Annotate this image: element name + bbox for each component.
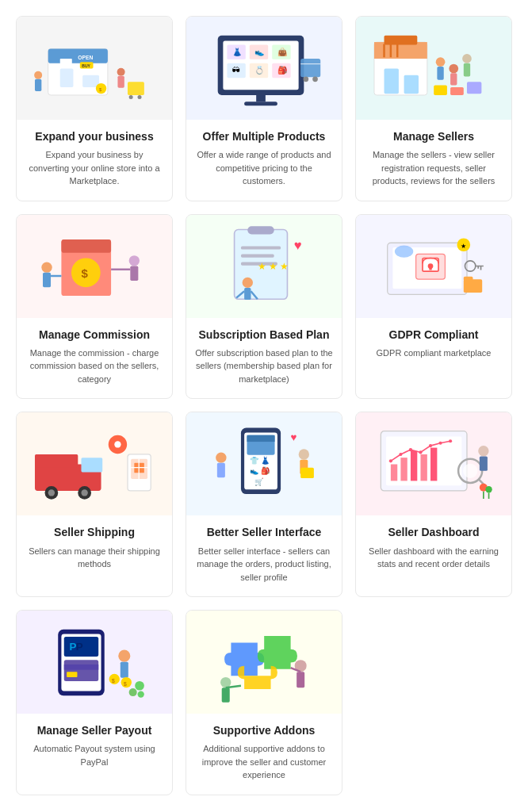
svg-point-119 (298, 449, 308, 459)
svg-rect-41 (404, 75, 418, 93)
card-image-sellers (356, 17, 511, 120)
svg-text:👕: 👕 (250, 456, 259, 465)
svg-rect-39 (384, 35, 417, 44)
svg-rect-48 (450, 73, 457, 85)
svg-text:👜: 👜 (277, 46, 288, 56)
svg-rect-152 (64, 660, 98, 681)
svg-point-58 (41, 262, 52, 273)
svg-text:🎒: 🎒 (261, 466, 270, 476)
svg-text:$: $ (81, 266, 88, 280)
card-title-multiple: Offer Multiple Products (203, 129, 326, 144)
svg-rect-156 (121, 661, 128, 677)
svg-rect-165 (297, 672, 304, 688)
svg-text:👟: 👟 (254, 46, 265, 56)
svg-rect-31 (256, 94, 266, 101)
svg-point-117 (216, 452, 226, 462)
card-title-interface: Better Seller Interface (207, 525, 322, 539)
svg-point-131 (389, 459, 392, 462)
svg-rect-153 (64, 665, 98, 670)
svg-rect-51 (434, 85, 447, 95)
card-desc-shipping: Sellers can manage their shipping method… (17, 545, 172, 571)
svg-rect-128 (411, 451, 417, 481)
card-dashboard: Seller Dashboard Seller dashboard with t… (355, 412, 512, 597)
svg-rect-121 (300, 468, 314, 478)
feature-grid: OPEN BUY $ (16, 16, 512, 795)
svg-point-134 (419, 450, 422, 454)
svg-point-11 (128, 94, 132, 98)
card-title-payout: Manage Seller Payout (37, 723, 152, 737)
svg-rect-9 (117, 75, 124, 87)
svg-rect-40 (384, 68, 398, 94)
card-image-shipping (17, 412, 172, 515)
card-title-dashboard: Seller Dashboard (388, 525, 479, 539)
card-image-payout: P P $ $ (17, 611, 172, 714)
svg-rect-118 (217, 463, 225, 477)
card-desc-dashboard: Seller dashboard with the earning stats … (356, 545, 511, 571)
svg-text:$: $ (112, 677, 115, 683)
svg-point-161 (135, 680, 144, 690)
svg-point-45 (435, 57, 445, 67)
svg-rect-167 (222, 688, 230, 702)
svg-text:★: ★ (269, 261, 277, 271)
svg-point-144 (485, 486, 492, 492)
svg-rect-50 (464, 63, 470, 76)
svg-rect-7 (35, 79, 41, 90)
card-commission: $ Manage Commission Manage the commissio… (16, 214, 173, 400)
svg-point-8 (117, 67, 124, 75)
svg-rect-62 (130, 266, 138, 281)
card-payout: P P $ $ (16, 610, 173, 795)
svg-rect-5 (82, 75, 99, 86)
svg-rect-111 (247, 435, 274, 442)
svg-rect-130 (430, 447, 437, 481)
svg-rect-96 (81, 458, 102, 472)
svg-rect-92 (464, 279, 482, 293)
svg-text:★: ★ (258, 261, 266, 271)
svg-point-61 (128, 255, 139, 266)
svg-rect-52 (450, 86, 464, 94)
card-gdpr: ★ GDPR Compliant GDPR compliant marketpl… (355, 214, 512, 400)
svg-text:🕶: 🕶 (232, 66, 240, 75)
card-image-interface: 👕 👗 👟 🎒 🛒 ♥ (186, 412, 342, 515)
card-desc-gdpr: GDPR compliant marketplace (369, 347, 499, 360)
svg-rect-127 (400, 458, 407, 481)
svg-rect-72 (244, 288, 251, 300)
svg-point-137 (449, 439, 452, 442)
svg-point-12 (137, 94, 141, 98)
card-title-expand: Expand your business (35, 129, 153, 144)
card-image-expand: OPEN BUY $ (17, 17, 172, 120)
svg-rect-154 (67, 672, 77, 677)
svg-point-166 (220, 676, 231, 687)
card-image-addons (186, 611, 342, 714)
svg-rect-46 (437, 66, 443, 79)
card-desc-payout: Automatic Payout system using PayPal (17, 742, 172, 768)
svg-point-163 (137, 691, 143, 697)
svg-rect-59 (43, 273, 51, 287)
svg-text:♥: ♥ (290, 431, 297, 443)
svg-rect-55 (61, 239, 111, 253)
card-title-subscription: Subscription Based Plan (199, 327, 330, 342)
card-shipping: Seller Shipping Sellers can manage their… (16, 412, 173, 597)
svg-point-141 (478, 446, 488, 456)
card-title-commission: Manage Commission (39, 327, 150, 342)
card-interface: 👕 👗 👟 🎒 🛒 ♥ Better Selle (186, 412, 342, 597)
svg-point-155 (118, 649, 130, 661)
card-image-multiple: 👗 👟 👜 🕶 💍 🎒 (186, 17, 342, 120)
svg-text:★: ★ (461, 242, 466, 250)
card-desc-multiple: Offer a wide range of products and compe… (186, 148, 342, 188)
card-title-sellers: Manage Sellers (393, 129, 474, 144)
svg-rect-32 (244, 102, 277, 105)
svg-rect-126 (391, 464, 397, 481)
svg-rect-129 (420, 454, 427, 481)
svg-point-133 (409, 448, 412, 451)
card-desc-commission: Manage the commission - charge commissio… (17, 347, 172, 386)
card-title-addons: Supportive Addons (213, 723, 316, 737)
svg-point-98 (48, 489, 54, 496)
card-desc-subscription: Offer subscription based plan to the sel… (186, 347, 342, 386)
svg-point-47 (449, 63, 458, 73)
card-desc-expand: Expand your business by converting your … (17, 148, 172, 188)
card-expand: OPEN BUY $ (16, 16, 173, 201)
svg-rect-10 (128, 82, 144, 95)
card-title-shipping: Seller Shipping (54, 525, 135, 539)
svg-text:👟: 👟 (250, 466, 259, 476)
card-desc-sellers: Manage the sellers - view seller registr… (356, 148, 511, 188)
